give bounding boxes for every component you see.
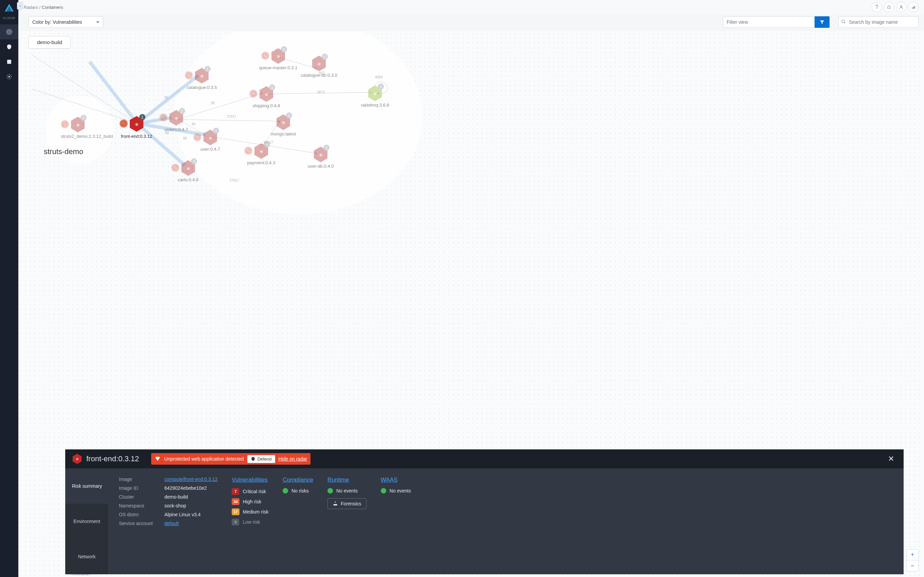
zoom-out-button[interactable]: − [907,560,918,571]
svg-rect-10 [914,6,915,9]
search-icon [841,19,846,25]
alert-text: Unprotected web application detected [164,456,244,462]
edge-label: 80 [192,122,195,126]
search-input[interactable] [838,16,919,28]
zoom-controls: + − [906,549,919,572]
nav-radar[interactable] [0,24,18,39]
status-dot-green [283,488,288,493]
stats-icon[interactable] [908,2,919,12]
node-label: struts2_demo:2.3.12_build [61,134,108,139]
edge-label: 4369 [375,75,383,79]
node-queue-master[interactable]: ⎈1 [271,48,285,64]
status-dot-green [381,488,386,493]
svg-point-7 [901,5,902,7]
tab-network[interactable]: Network [65,539,109,574]
nav-report[interactable] [0,54,18,69]
forensics-button[interactable]: Forensics [328,498,367,509]
forensics-icon [333,501,338,506]
breadcrumb-current: Containers [42,5,63,10]
svg-point-11 [842,20,845,23]
node-orders[interactable]: ⎈1 [170,110,183,126]
panel-node-icon: ⎈ [73,454,82,464]
cluster-bg-main [174,31,423,214]
nav-settings[interactable] [0,69,18,84]
defend-button[interactable]: Defend [247,455,275,463]
node-label: payment:0.4.3 [247,160,275,165]
node-carts[interactable]: ⎈1 [181,160,195,176]
radar-canvas[interactable]: demo-build struts-demo ⎈1 queue-master:0… [18,31,924,577]
alert-banner: Unprotected web application detected Def… [151,453,310,465]
svg-rect-8 [912,8,913,9]
svg-point-6 [8,76,10,78]
zoom-in-button[interactable]: + [907,550,918,560]
service-account-link[interactable]: default [165,521,179,526]
breadcrumb: Radars / Containers [24,5,63,10]
status-dot-green [328,488,333,493]
topbar-icons: ? [872,2,919,12]
sidebar-expand-handle[interactable]: › [17,2,23,10]
image-link[interactable]: compute/front-end:0.3.12 [165,477,217,482]
detail-panel: ⎈ front-end:0.3.12 Unprotected web appli… [65,450,904,574]
node-label: queue-master:0.3.1 [259,65,297,70]
user-icon[interactable] [896,2,906,12]
svg-rect-9 [913,7,914,9]
edge-label: 567 [319,71,325,75]
node-payment[interactable]: ⎈1 [254,143,268,159]
svg-line-12 [844,23,845,23]
node-mongo[interactable]: ⎈1 [276,114,290,130]
edge-label: 80 [165,96,168,100]
detail-content: Imagecompute/front-end:0.3.12 Image ID64… [109,468,904,574]
edge-label: 80 [211,101,215,105]
tab-risk-summary[interactable]: Risk summary [65,468,109,504]
node-label: front-end:0.3.12 [121,134,152,139]
edge-label: 80 [162,115,165,119]
edge-label: 27017 [227,115,236,118]
panel-title: front-end:0.3.12 [86,455,139,463]
edge-label: 5672 [317,90,325,94]
brand-text: CLOUD [3,16,16,20]
runtime-col: Runtime No events Forensics [328,477,367,566]
compliance-col: Compliance No risks [283,477,313,566]
node-catalogue[interactable]: ⎈1 [195,68,208,84]
edge-label: 80 [165,131,169,135]
compliance-heading[interactable]: Compliance [283,477,313,484]
close-icon[interactable]: ✕ [886,455,896,463]
tab-environment[interactable]: Environment [65,504,109,539]
vulnerabilities-heading[interactable]: Vulnerabilities [232,477,267,484]
node-rabbitmq[interactable]: ⎈1 [368,85,382,101]
edge-label: 80417 [263,140,273,144]
hide-on-radar-link[interactable]: Hide on radar [279,456,307,462]
node-label: catalogue:0.3.5 [187,85,217,90]
svg-point-4 [9,32,10,32]
node-struts2[interactable]: ⎈1 [71,117,85,132]
waas-heading[interactable]: WAAS [381,477,397,484]
topbar: Radars / Containers ? [18,0,924,14]
nav-shield[interactable] [0,39,18,54]
node-label: carts:0.4.8 [178,177,199,182]
vulnerabilities-col: Vulnerabilities 7Critical risk 34High ri… [232,477,268,566]
node-shipping[interactable]: ⎈1 [260,86,273,102]
node-label: user:0.4.7 [200,147,220,152]
sidebar: CLOUD › [0,0,18,577]
edge-label: 27017 [229,179,239,182]
breadcrumb-parent[interactable]: Radars [24,5,38,10]
cluster-title-struts: struts-demo [44,147,83,156]
node-label: rabbitmq:3.6.8 [361,103,389,108]
help-icon[interactable]: ? [872,2,882,12]
image-details: Imagecompute/front-end:0.3.12 Image ID64… [119,477,217,566]
main-area: Radars / Containers ? Color by: Vulnerab [18,0,924,577]
notification-icon[interactable] [884,2,894,12]
node-user[interactable]: ⎈1 [204,130,217,145]
color-by-select[interactable]: Color by: Vulnerabilities [29,16,103,28]
node-label: mongo:latest [271,131,296,137]
node-front-end[interactable]: ⎈1 [130,116,143,132]
node-catalogue-db[interactable]: ⎈1 [312,56,326,71]
node-user-db[interactable]: ⎈1 [314,147,328,162]
node-label: shipping:0.4.8 [253,103,280,108]
brand-logo [3,3,15,15]
cluster-pill-demo-build[interactable]: demo-build [29,36,71,48]
runtime-heading[interactable]: Runtime [328,477,349,484]
filter-button[interactable] [815,16,830,28]
filter-input[interactable] [723,16,815,28]
node-label: user-db:0.4.0 [308,164,334,169]
